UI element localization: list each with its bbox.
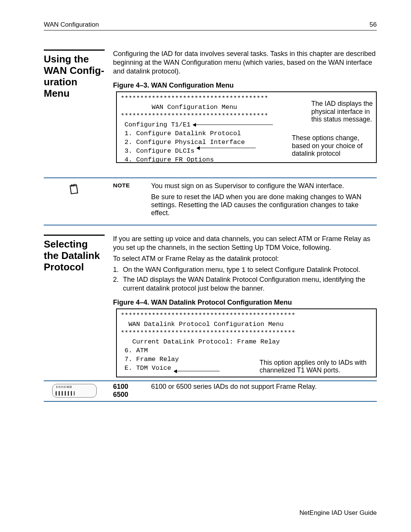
step-1-b: to select Configure Datalink Protocol. xyxy=(245,266,360,273)
note-block: 🗒 NOTE You must sign on as Supervisor to… xyxy=(44,177,377,225)
figure-caption-4-3: Figure 4–3. WAN Configuration Menu xyxy=(113,81,377,90)
fig44-line2: WAN Datalink Protocol Configuration Menu xyxy=(121,320,372,329)
device-note-text: 6100 or 6500 series IADs do not support … xyxy=(151,383,377,399)
footer-text: NetEngine IAD User Guide xyxy=(299,509,377,517)
section-using-wan-menu: Using the WAN Config- uration Menu Confi… xyxy=(44,46,377,163)
step-1-code: 1 xyxy=(241,266,245,274)
note-label: NOTE xyxy=(113,182,147,190)
step-2-num: 2. xyxy=(113,275,122,293)
header-pagenum: 56 xyxy=(370,21,377,29)
device-note-block: 6100 6500 6100 or 6500 series IADs do no… xyxy=(44,380,377,402)
note-para-2: Be sure to reset the IAD when you are do… xyxy=(151,193,377,217)
notepad-icon: 🗒 xyxy=(67,181,81,198)
device-note-body: 6100 6500 6100 or 6500 series IADs do no… xyxy=(113,383,377,399)
note-body: NOTE You must sign on as Supervisor to c… xyxy=(113,182,377,220)
figure-4-3-box: ************************************** W… xyxy=(116,91,377,163)
arrow-to-options xyxy=(197,148,256,148)
step-1-a: On the WAN Configuration menu, type xyxy=(123,266,241,273)
device-note-row: 6100 6500 6100 or 6500 series IADs do no… xyxy=(44,383,377,399)
step-1-text: On the WAN Configuration menu, type 1 to… xyxy=(123,265,377,275)
step-1: 1. On the WAN Configuration menu, type 1… xyxy=(113,265,377,275)
sec2-para1: If you are setting up voice and data cha… xyxy=(113,235,377,252)
note-icon: 🗒 xyxy=(44,182,105,220)
device-models: 6100 6500 xyxy=(113,383,147,399)
note-row: 🗒 NOTE You must sign on as Supervisor to… xyxy=(44,182,377,220)
section-heading-col-2: Selecting the Datalink Protocol xyxy=(44,235,105,377)
figure-4-4-box: ****************************************… xyxy=(116,308,377,377)
header-left: WAN Configuration xyxy=(44,21,99,29)
fig44-line7: 6. ATM xyxy=(121,347,372,355)
intro-paragraph: Configuring the IAD for data involves se… xyxy=(113,50,377,76)
page-header: WAN Configuration 56 xyxy=(44,21,377,29)
annotation-status-message: The IAD displays the physical interface … xyxy=(311,100,374,123)
annotation-options-change: These options change, based on your choi… xyxy=(292,134,374,158)
section-selecting-datalink: Selecting the Datalink Protocol If you a… xyxy=(44,225,377,377)
arrow-to-status xyxy=(193,125,273,125)
header-rule xyxy=(44,30,377,30)
heading-rule xyxy=(44,50,105,51)
device-icon xyxy=(44,384,105,398)
heading-rule-2 xyxy=(44,235,105,236)
heading-selecting-datalink: Selecting the Datalink Protocol xyxy=(44,239,105,273)
step-1-num: 1. xyxy=(113,265,122,275)
section-body-2: If you are setting up voice and data cha… xyxy=(113,235,377,377)
section-body: Configuring the IAD for data involves se… xyxy=(113,50,377,163)
section-heading-col: Using the WAN Config- uration Menu xyxy=(44,50,105,163)
fig44-line5: Current DataLink Protocol: Frame Relay xyxy=(121,338,372,347)
fig44-line1: ****************************************… xyxy=(121,312,372,320)
note-para-1: You must sign on as Supervisor to config… xyxy=(151,182,377,190)
annotation-tdm-voice: This option applies only to IADs with ch… xyxy=(260,359,374,374)
heading-using-wan-menu: Using the WAN Config- uration Menu xyxy=(44,54,105,99)
step-2-text: The IAD displays the WAN Datalink Protoc… xyxy=(123,275,377,293)
sec2-para2: To select ATM or Frame Relay as the data… xyxy=(113,254,377,263)
iad-device-icon xyxy=(52,384,97,398)
fig44-line3: ****************************************… xyxy=(121,329,372,338)
step-2: 2. The IAD displays the WAN Datalink Pro… xyxy=(113,275,377,293)
page: WAN Configuration 56 Using the WAN Confi… xyxy=(0,0,411,532)
arrow-to-tdm xyxy=(174,371,220,371)
figure-caption-4-4: Figure 4–4. WAN Datalink Protocol Config… xyxy=(113,298,377,307)
